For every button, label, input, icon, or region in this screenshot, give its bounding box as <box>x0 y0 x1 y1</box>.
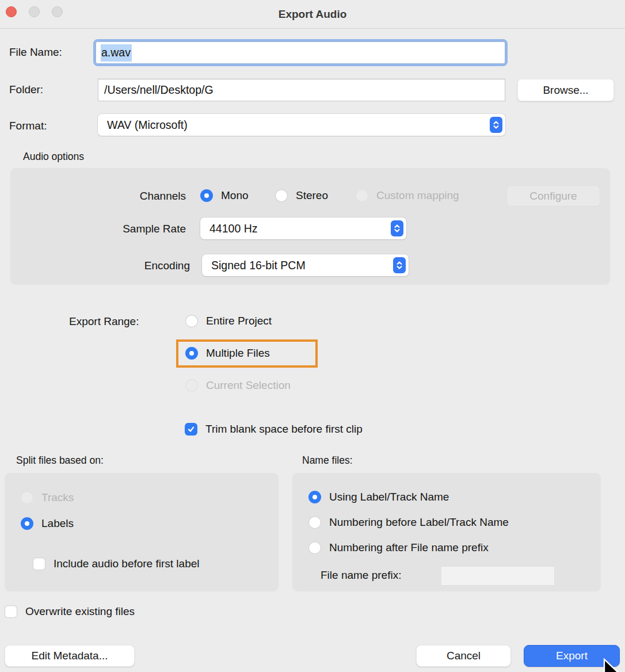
entire-project-radio-icon <box>185 315 198 327</box>
stepper-icon <box>393 257 406 273</box>
radio-numbering-before[interactable]: Numbering before Label/Track Name <box>308 516 509 529</box>
overwrite-files-checkbox[interactable]: Overwrite existing files <box>5 605 135 618</box>
current-selection-radio-icon <box>185 379 198 392</box>
numbering-after-radio-icon <box>308 541 321 554</box>
export-range-label: Export Range: <box>69 315 139 328</box>
current-selection-radio-label: Current Selection <box>206 379 291 392</box>
mono-radio-icon <box>200 189 213 202</box>
stepper-icon <box>391 220 403 236</box>
stepper-icon <box>490 117 502 133</box>
labels-radio-label: Labels <box>41 517 74 530</box>
mouse-cursor-icon <box>602 658 625 672</box>
split-files-title: Split files based on: <box>16 455 104 467</box>
checkbox-icon <box>5 605 17 618</box>
cancel-button[interactable]: Cancel <box>416 645 511 667</box>
export-button-label: Export <box>556 650 588 662</box>
edit-metadata-button[interactable]: Edit Metadata... <box>5 645 135 667</box>
audio-options-panel: Channels Mono Stereo Custom mapping Conf… <box>10 168 610 285</box>
folder-label: Folder: <box>9 83 43 96</box>
sample-rate-select[interactable]: 44100 Hz <box>200 217 406 239</box>
encoding-select-value: Signed 16-bit PCM <box>211 259 306 272</box>
window-title: Export Audio <box>0 0 625 29</box>
radio-labels[interactable]: Labels <box>21 517 74 530</box>
format-select[interactable]: WAV (Microsoft) <box>98 114 505 136</box>
using-label-radio-icon <box>308 491 321 503</box>
radio-using-label-track-name[interactable]: Using Label/Track Name <box>308 491 449 503</box>
radio-tracks: Tracks <box>21 491 74 504</box>
overwrite-files-label: Overwrite existing files <box>25 605 135 618</box>
radio-entire-project[interactable]: Entire Project <box>185 315 272 327</box>
file-name-input[interactable]: a.wav <box>93 39 508 66</box>
title-bar: Export Audio <box>0 0 625 29</box>
include-audio-checkbox[interactable]: Include audio before first label <box>33 558 200 570</box>
radio-stereo[interactable]: Stereo <box>275 189 328 202</box>
name-files-title: Name files: <box>302 455 353 467</box>
cancel-button-label: Cancel <box>447 650 481 662</box>
multiple-files-radio-icon <box>185 347 198 360</box>
encoding-select[interactable]: Signed 16-bit PCM <box>202 254 409 276</box>
sample-rate-label: Sample Rate <box>10 223 186 235</box>
folder-input[interactable] <box>98 79 505 101</box>
file-name-label: File Name: <box>9 46 62 59</box>
edit-metadata-button-label: Edit Metadata... <box>31 650 108 662</box>
browse-button-label: Browse... <box>543 84 588 97</box>
file-name-prefix-label: File name prefix: <box>321 569 401 582</box>
format-label: Format: <box>9 120 47 132</box>
using-label-radio-label: Using Label/Track Name <box>329 491 449 503</box>
radio-numbering-after[interactable]: Numbering after File name prefix <box>308 541 489 554</box>
configure-button: Configure <box>506 185 600 207</box>
file-name-selected-text: a.wav <box>101 44 132 62</box>
tracks-radio-icon <box>21 491 33 504</box>
mono-radio-label: Mono <box>221 189 249 202</box>
file-name-prefix-input <box>441 566 555 586</box>
audio-options-title: Audio options <box>23 151 84 163</box>
checkmark-icon <box>185 423 197 436</box>
name-files-panel: Using Label/Track Name Numbering before … <box>292 473 601 591</box>
checkbox-icon <box>33 558 45 570</box>
browse-button[interactable]: Browse... <box>517 79 614 101</box>
multiple-files-radio-label: Multiple Files <box>206 347 270 360</box>
configure-button-label: Configure <box>529 190 577 203</box>
labels-radio-icon <box>21 517 33 530</box>
radio-current-selection: Current Selection <box>185 379 291 392</box>
tracks-radio-label: Tracks <box>41 491 74 504</box>
sample-rate-select-value: 44100 Hz <box>209 222 257 235</box>
stereo-radio-icon <box>275 189 288 202</box>
entire-project-radio-label: Entire Project <box>206 315 272 327</box>
trim-blank-space-label: Trim blank space before first clip <box>205 423 363 436</box>
split-files-panel: Tracks Labels Include audio before first… <box>5 473 279 591</box>
numbering-before-radio-icon <box>308 516 321 529</box>
custom-mapping-radio-label: Custom mapping <box>376 189 459 202</box>
custom-mapping-radio-icon <box>356 189 368 202</box>
radio-multiple-files[interactable]: Multiple Files <box>185 347 270 360</box>
include-audio-label: Include audio before first label <box>54 558 200 570</box>
numbering-after-radio-label: Numbering after File name prefix <box>329 541 489 554</box>
trim-blank-space-checkbox[interactable]: Trim blank space before first clip <box>185 423 363 436</box>
format-select-value: WAV (Microsoft) <box>107 119 188 132</box>
channels-label: Channels <box>10 190 186 203</box>
radio-mono[interactable]: Mono <box>200 189 249 202</box>
numbering-before-radio-label: Numbering before Label/Track Name <box>329 516 509 529</box>
stereo-radio-label: Stereo <box>296 189 328 202</box>
encoding-label: Encoding <box>10 259 190 272</box>
export-audio-dialog: Export Audio File Name: a.wav Folder: Br… <box>0 0 625 672</box>
radio-custom-mapping: Custom mapping <box>356 189 459 202</box>
